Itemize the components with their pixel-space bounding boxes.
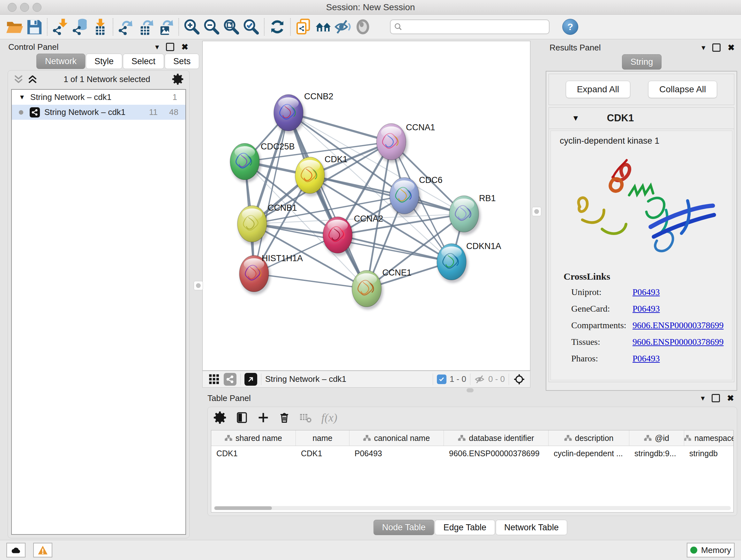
add-column-icon[interactable]	[258, 412, 269, 423]
expand-all-button[interactable]: Expand All	[566, 81, 630, 98]
panel-close-icon[interactable]: ✖	[728, 43, 735, 53]
crosslink-value-link[interactable]: P06493	[632, 354, 660, 364]
panel-float-icon[interactable]	[712, 394, 720, 402]
network-edge[interactable]	[338, 235, 452, 262]
panel-close-icon[interactable]: ✖	[727, 393, 734, 403]
tab-string[interactable]: String	[622, 54, 662, 70]
warnings-button[interactable]	[33, 543, 52, 557]
tab-sets[interactable]: Sets	[165, 54, 199, 69]
panel-menu-icon[interactable]: ▾	[155, 43, 159, 51]
clone-network-button[interactable]	[293, 17, 313, 37]
tab-node-table[interactable]: Node Table	[374, 520, 434, 535]
show-columns-icon[interactable]	[236, 412, 248, 424]
column-header-description[interactable]: description	[549, 430, 629, 446]
table-cell[interactable]: stringdb	[684, 449, 734, 458]
collapse-all-icon[interactable]	[14, 74, 23, 84]
tab-network-table[interactable]: Network Table	[495, 520, 567, 535]
grid-view-button[interactable]	[208, 373, 220, 386]
network-node-CCNB1[interactable]	[238, 206, 269, 245]
import-table-button[interactable]	[90, 17, 110, 37]
refresh-button[interactable]	[267, 17, 287, 37]
section-expander-icon[interactable]: ▼	[572, 114, 580, 123]
delete-column-icon[interactable]	[279, 412, 290, 423]
memory-button[interactable]: Memory	[687, 543, 735, 557]
network-edge[interactable]	[254, 273, 367, 289]
tab-select[interactable]: Select	[123, 54, 164, 69]
panel-float-icon[interactable]	[166, 43, 174, 51]
tab-style[interactable]: Style	[86, 54, 122, 69]
panel-menu-icon[interactable]: ▾	[701, 43, 705, 52]
scrollbar-thumb[interactable]	[214, 506, 272, 510]
cloud-status-button[interactable]	[6, 543, 25, 557]
network-node-CCNE1[interactable]	[352, 270, 383, 310]
zoom-selected-button[interactable]	[241, 17, 261, 37]
column-header-database-identifier[interactable]: database identifier	[444, 430, 549, 446]
crosslink-value-link[interactable]: 9606.ENSP00000378699	[632, 337, 724, 347]
gear-icon[interactable]	[172, 73, 184, 85]
horizontal-scrollbar[interactable]	[214, 506, 731, 510]
node-label: CCNA2	[354, 214, 383, 224]
column-header--id[interactable]: @id	[629, 430, 684, 446]
table-cell[interactable]: P06493	[349, 449, 444, 458]
left-splitter-handle[interactable]	[194, 281, 203, 290]
save-session-button[interactable]	[24, 17, 44, 37]
table-cell[interactable]: stringdb:9...	[629, 449, 684, 458]
table-settings-gear-icon[interactable]	[213, 411, 226, 424]
import-network-database-button[interactable]	[70, 17, 90, 37]
export-network-button[interactable]	[116, 17, 136, 37]
hide-graphics-button[interactable]	[333, 17, 353, 37]
selected-checkbox-icon[interactable]	[437, 374, 447, 384]
tab-network[interactable]: Network	[37, 54, 85, 69]
network-collection-row[interactable]: ▼ String Network – cdk1 1	[12, 90, 185, 105]
tab-edge-table[interactable]: Edge Table	[434, 520, 495, 535]
import-network-file-button[interactable]	[51, 17, 70, 37]
column-header-name[interactable]: name	[296, 430, 349, 446]
collapse-all-button[interactable]: Collapse All	[648, 81, 717, 98]
zoom-out-button[interactable]	[202, 17, 221, 37]
first-neighbors-button[interactable]	[313, 17, 333, 37]
export-table-button[interactable]	[136, 17, 156, 37]
network-node-CDKN1A[interactable]	[437, 244, 468, 283]
crosslink-value-link[interactable]: P06493	[632, 304, 660, 314]
network-canvas[interactable]: CCNB2CCNA1CDC25BCDK1CDC6RB1CCNB1CCNA2CDK…	[202, 41, 530, 371]
network-edge[interactable]	[254, 113, 288, 273]
fit-content-button[interactable]	[513, 373, 526, 386]
open-session-button[interactable]	[4, 17, 24, 37]
table-row[interactable]: CDK1CDK1P064939606.ENSP00000378699cyclin…	[211, 446, 733, 461]
tree-expander-icon[interactable]: ▼	[19, 94, 25, 101]
zoom-in-button[interactable]	[182, 17, 202, 37]
network-row[interactable]: String Network – cdk1 11 48	[12, 105, 185, 120]
panel-close-icon[interactable]: ✖	[181, 42, 188, 52]
function-builder-icon: f(x)	[321, 411, 337, 424]
table-cell[interactable]: cyclin-dependent ...	[549, 449, 629, 458]
network-node-CCNA2[interactable]	[323, 217, 354, 256]
detach-view-button[interactable]	[245, 373, 257, 386]
table-cell[interactable]: CDK1	[211, 449, 296, 458]
table-cell[interactable]: CDK1	[296, 449, 349, 458]
network-node-CDC6[interactable]	[390, 178, 421, 217]
crosslink-value-link[interactable]: 9606.ENSP00000378699	[632, 320, 724, 330]
close-window-button[interactable]	[8, 3, 17, 12]
network-view-mode-button[interactable]	[224, 373, 237, 386]
network-node-RB1[interactable]	[449, 196, 481, 235]
network-node-CDK1[interactable]	[295, 157, 327, 196]
panel-menu-icon[interactable]: ▾	[701, 394, 704, 402]
column-header-namespace[interactable]: namespace	[684, 430, 734, 446]
column-header-canonical-name[interactable]: canonical name	[349, 430, 444, 446]
minimize-window-button[interactable]	[20, 3, 29, 12]
zoom-window-button[interactable]	[32, 3, 42, 12]
right-splitter-handle[interactable]	[532, 207, 541, 216]
birdseye-toggle-button[interactable]	[353, 17, 373, 37]
network-node-CCNB2[interactable]	[274, 95, 305, 134]
network-node-CCNA1[interactable]	[377, 124, 408, 163]
crosslink-value-link[interactable]: P06493	[632, 287, 660, 297]
gene-section-header[interactable]: ▼ CDK1	[549, 108, 734, 129]
export-image-button[interactable]	[156, 17, 176, 37]
column-header-shared-name[interactable]: shared name	[211, 430, 296, 446]
help-button[interactable]: ?	[562, 19, 578, 35]
expand-all-icon[interactable]	[28, 74, 37, 84]
zoom-fit-button[interactable]	[221, 17, 241, 37]
search-input[interactable]	[403, 22, 546, 32]
table-cell[interactable]: 9606.ENSP00000378699	[444, 449, 549, 458]
panel-float-icon[interactable]	[712, 44, 721, 52]
